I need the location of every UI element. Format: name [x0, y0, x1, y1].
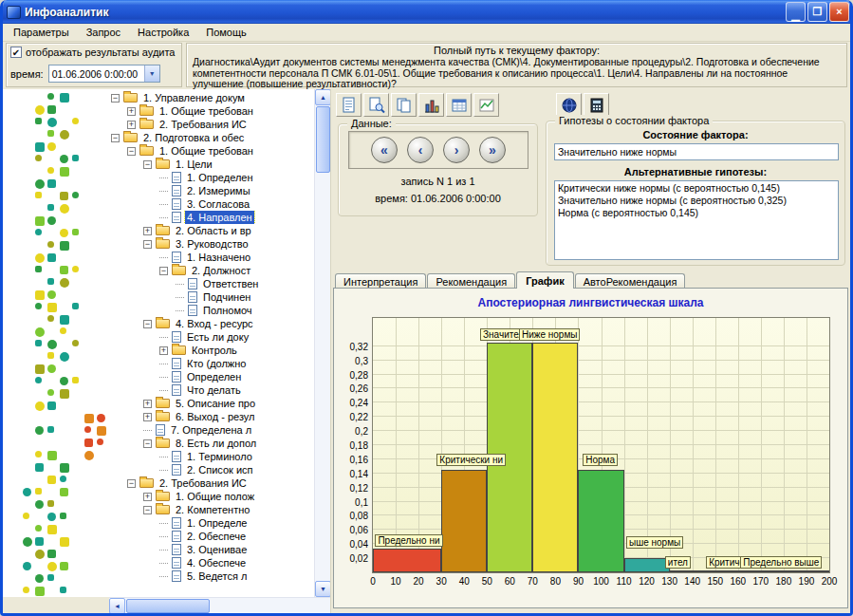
tree-item-label[interactable]: 5. Ведется л: [185, 569, 249, 583]
data-table-icon[interactable]: [446, 93, 472, 117]
tree-item[interactable]: +2. Область и вр: [109, 224, 314, 237]
tree-item-label[interactable]: 2. Требования ИС: [158, 476, 249, 490]
tab-item[interactable]: Интерпретация: [335, 273, 426, 289]
tree-item-label[interactable]: 4. Направлен: [185, 211, 254, 224]
tree-item-label[interactable]: 1. Назначено: [185, 251, 252, 264]
menu-item[interactable]: Помощь: [197, 25, 255, 40]
tree-expander-minus-icon[interactable]: −: [127, 479, 136, 488]
tree-item[interactable]: +5. Описание про: [109, 397, 314, 410]
tree-item[interactable]: Есть ли доку: [109, 330, 314, 344]
tree-item[interactable]: Подчинен: [109, 290, 314, 304]
search-document-icon[interactable]: [363, 93, 389, 117]
tree-expander-plus-icon[interactable]: +: [159, 346, 168, 355]
tree-item[interactable]: 3. Согласова: [109, 197, 314, 211]
tree-item-label[interactable]: 2. Подготовка и обес: [141, 131, 246, 144]
tree-item[interactable]: −2. Требования ИС: [109, 476, 314, 490]
scrollbar-thumb[interactable]: [316, 106, 330, 173]
tree-item-label[interactable]: Кто (должно: [185, 357, 248, 370]
tree-item[interactable]: −1. Общие требован: [109, 144, 314, 158]
scrollbar-thumb[interactable]: [126, 599, 210, 613]
tree-item[interactable]: Кто (должно: [109, 357, 314, 370]
tree-item[interactable]: −2. Компетентно: [109, 503, 314, 516]
tree-item-label[interactable]: 3. Оценивае: [185, 543, 249, 556]
menu-item[interactable]: Запрос: [78, 25, 129, 40]
tree-item-label[interactable]: Определен: [185, 370, 243, 383]
factor-state-field[interactable]: Значительно ниже нормы: [554, 143, 839, 160]
tree-expander-plus-icon[interactable]: +: [127, 107, 136, 116]
picture-chart-icon[interactable]: [473, 93, 499, 117]
tree-item-label[interactable]: 7. Определена л: [169, 423, 253, 437]
tree-item-label[interactable]: Полномоч: [201, 304, 254, 317]
next-record-button[interactable]: ›: [443, 137, 470, 163]
tree-expander-minus-icon[interactable]: −: [143, 439, 152, 448]
tree-vertical-scrollbar[interactable]: ▲ ▼: [314, 89, 330, 597]
tree-expander-minus-icon[interactable]: −: [143, 160, 152, 169]
tree-horizontal-scrollbar[interactable]: ◄ ►: [109, 597, 330, 613]
tree-item-label[interactable]: 2. Измеримы: [185, 184, 252, 197]
tree-item-label[interactable]: 1. Определен: [185, 171, 255, 184]
tree-item[interactable]: 4. Направлен: [109, 211, 314, 224]
last-record-button[interactable]: »: [479, 137, 506, 163]
tree-item[interactable]: +Контроль: [109, 344, 314, 357]
tree-item[interactable]: 7. Определена л: [109, 423, 314, 437]
tree-expander-plus-icon[interactable]: +: [143, 493, 152, 501]
tree-item[interactable]: 2. Список исп: [109, 463, 314, 476]
tree-item[interactable]: +1. Общие требован: [109, 104, 314, 118]
tree-expander-minus-icon[interactable]: −: [143, 240, 152, 249]
tree-item[interactable]: −4. Вход - ресурс: [109, 317, 314, 330]
menu-item[interactable]: Настройка: [129, 25, 197, 40]
show-audit-results-checkbox[interactable]: ✔ отображать результаты аудита: [10, 47, 177, 58]
copy-document-icon[interactable]: [391, 93, 417, 117]
tab-item[interactable]: График: [516, 271, 574, 289]
tree-expander-plus-icon[interactable]: +: [143, 400, 152, 408]
tree-item[interactable]: +2. Требования ИС: [109, 118, 314, 131]
tree-item-label[interactable]: Есть ли доку: [185, 330, 250, 344]
tree-item-label[interactable]: 4. Вход - ресурс: [174, 317, 255, 330]
alternative-hypotheses-list[interactable]: Критически ниже нормы (с вероятностью 0,…: [554, 180, 839, 260]
tree-item-label[interactable]: 1. Определе: [185, 516, 249, 530]
time-combo[interactable]: 01.06.2006 0:00:00 ▼: [48, 65, 160, 83]
tree-item[interactable]: 4. Обеспече: [109, 556, 314, 569]
tree-item[interactable]: −3. Руководство: [109, 237, 314, 251]
checkbox-check-icon[interactable]: ✔: [10, 47, 22, 58]
tree-item[interactable]: 1. Определен: [109, 171, 314, 184]
tree-item-label[interactable]: 4. Обеспече: [185, 556, 248, 569]
tree-item-label[interactable]: 2. Компетентно: [174, 503, 251, 516]
chevron-down-icon[interactable]: ▼: [144, 65, 159, 82]
tree-item-label[interactable]: 1. Терминоло: [185, 450, 254, 463]
tree-item[interactable]: Определен: [109, 370, 314, 383]
tree-item[interactable]: 1. Терминоло: [109, 450, 314, 463]
tree-item-label[interactable]: 6. Выход - резул: [174, 410, 257, 423]
tree-item-label[interactable]: Контроль: [190, 344, 239, 357]
menu-item[interactable]: Параметры: [5, 25, 78, 40]
tree-item-label[interactable]: Подчинен: [201, 290, 252, 304]
tree-item-label[interactable]: 1. Общие полож: [174, 490, 256, 503]
tree-item-label[interactable]: 1. Общие требован: [158, 104, 255, 118]
tree-expander-minus-icon[interactable]: −: [111, 134, 120, 142]
tab-item[interactable]: АвтоРекомендация: [575, 273, 686, 289]
tree-expander-minus-icon[interactable]: −: [159, 267, 168, 275]
tree-item-label[interactable]: 1. Управление докум: [141, 91, 247, 104]
tree-item[interactable]: +1. Общие полож: [109, 490, 314, 503]
scroll-down-icon[interactable]: ▼: [315, 581, 331, 597]
report-icon[interactable]: [336, 93, 362, 117]
tree-item-label[interactable]: 2. Область и вр: [174, 224, 253, 237]
scroll-up-icon[interactable]: ▲: [315, 89, 331, 105]
tree-item-label[interactable]: 2. Должност: [190, 264, 252, 277]
tree-item[interactable]: −1. Управление докум: [109, 91, 314, 104]
tree-item-label[interactable]: Что делать: [185, 383, 243, 397]
close-button[interactable]: ×: [829, 2, 849, 22]
tree-item-label[interactable]: 5. Описание про: [174, 397, 257, 410]
tree-item[interactable]: Ответствен: [109, 277, 314, 290]
tree-item[interactable]: Что делать: [109, 383, 314, 397]
maximize-button[interactable]: ❒: [807, 2, 827, 22]
tree-item[interactable]: 1. Определе: [109, 516, 314, 530]
first-record-button[interactable]: «: [371, 137, 398, 163]
tree-item-label[interactable]: 3. Согласова: [185, 197, 251, 211]
prev-record-button[interactable]: ‹: [407, 137, 434, 163]
tree-item-label[interactable]: Ответствен: [201, 277, 260, 290]
hypothesis-item[interactable]: Норма (с вероятностью 0,145): [558, 207, 835, 219]
tree-item[interactable]: 2. Измеримы: [109, 184, 314, 197]
tree-item-label[interactable]: 1. Общие требован: [158, 144, 255, 158]
bar-chart-icon[interactable]: [418, 93, 444, 117]
